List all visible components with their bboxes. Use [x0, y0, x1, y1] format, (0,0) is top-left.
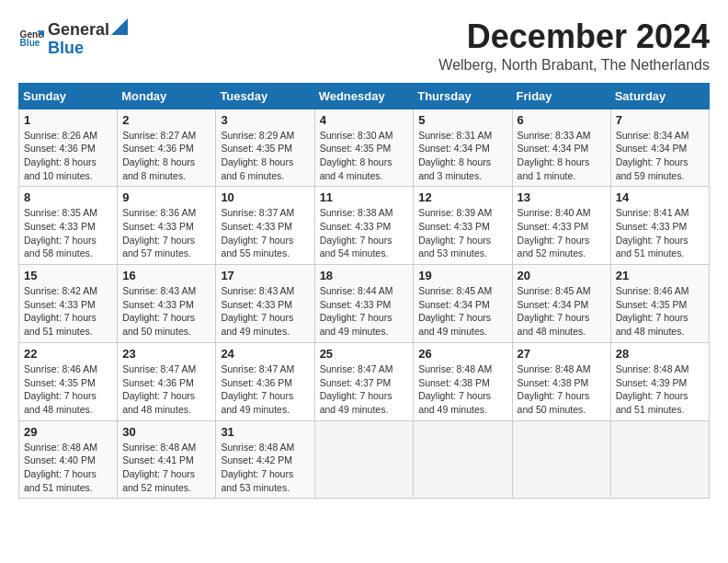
weekday-header-saturday: Saturday	[610, 83, 709, 109]
day-info: Sunrise: 8:37 AM Sunset: 4:33 PM Dayligh…	[221, 206, 309, 260]
day-number: 24	[221, 347, 309, 361]
day-info: Sunrise: 8:48 AM Sunset: 4:42 PM Dayligh…	[221, 441, 309, 495]
calendar-cell	[314, 420, 414, 499]
daylight-label: Daylight: 8 hours and 4 minutes.	[320, 156, 392, 181]
sunrise-label: Sunrise: 8:40 AM	[518, 207, 591, 218]
day-number: 23	[122, 347, 210, 361]
calendar-cell: 20 Sunrise: 8:45 AM Sunset: 4:34 PM Dayl…	[512, 265, 610, 343]
sunset-label: Sunset: 4:34 PM	[518, 299, 589, 310]
daylight-label: Daylight: 7 hours and 51 minutes.	[616, 390, 688, 415]
sunset-label: Sunset: 4:41 PM	[122, 454, 194, 465]
calendar-cell: 4 Sunrise: 8:30 AM Sunset: 4:35 PM Dayli…	[314, 109, 414, 187]
title-area: December 2024 Welberg, North Brabant, Th…	[438, 18, 710, 74]
daylight-label: Daylight: 8 hours and 1 minute.	[518, 156, 590, 181]
calendar-cell	[610, 420, 709, 499]
calendar-cell: 12 Sunrise: 8:39 AM Sunset: 4:33 PM Dayl…	[414, 187, 512, 265]
day-info: Sunrise: 8:47 AM Sunset: 4:37 PM Dayligh…	[320, 362, 409, 417]
sunset-label: Sunset: 4:38 PM	[418, 377, 490, 388]
weekday-header-thursday: Thursday	[414, 83, 512, 109]
sunrise-label: Sunrise: 8:45 AM	[518, 285, 591, 296]
daylight-label: Daylight: 7 hours and 59 minutes.	[616, 156, 688, 181]
day-number: 6	[518, 113, 606, 127]
sunrise-label: Sunrise: 8:47 AM	[320, 363, 393, 374]
sunset-label: Sunset: 4:35 PM	[221, 143, 292, 154]
daylight-label: Daylight: 7 hours and 52 minutes.	[122, 468, 195, 493]
calendar-week-5: 29 Sunrise: 8:48 AM Sunset: 4:40 PM Dayl…	[19, 420, 710, 499]
daylight-label: Daylight: 7 hours and 51 minutes.	[24, 312, 97, 337]
sunrise-label: Sunrise: 8:45 AM	[418, 285, 492, 296]
day-info: Sunrise: 8:29 AM Sunset: 4:35 PM Dayligh…	[221, 129, 309, 183]
calendar-cell: 23 Sunrise: 8:47 AM Sunset: 4:36 PM Dayl…	[118, 342, 216, 420]
calendar-cell: 27 Sunrise: 8:48 AM Sunset: 4:38 PM Dayl…	[512, 342, 610, 420]
sunrise-label: Sunrise: 8:46 AM	[616, 285, 689, 296]
calendar: SundayMondayTuesdayWednesdayThursdayFrid…	[18, 83, 710, 500]
sunrise-label: Sunrise: 8:48 AM	[616, 363, 689, 374]
sunrise-label: Sunrise: 8:33 AM	[518, 130, 591, 141]
calendar-cell: 9 Sunrise: 8:36 AM Sunset: 4:33 PM Dayli…	[118, 187, 216, 265]
day-info: Sunrise: 8:48 AM Sunset: 4:41 PM Dayligh…	[122, 441, 210, 495]
sunrise-label: Sunrise: 8:36 AM	[122, 207, 196, 218]
day-info: Sunrise: 8:45 AM Sunset: 4:34 PM Dayligh…	[518, 284, 606, 339]
day-info: Sunrise: 8:43 AM Sunset: 4:33 PM Dayligh…	[122, 284, 210, 339]
logo-icon: General Blue	[18, 25, 44, 51]
daylight-label: Daylight: 8 hours and 10 minutes.	[24, 156, 97, 181]
daylight-label: Daylight: 7 hours and 52 minutes.	[518, 235, 590, 259]
sunrise-label: Sunrise: 8:48 AM	[418, 363, 492, 374]
day-info: Sunrise: 8:33 AM Sunset: 4:34 PM Dayligh…	[518, 129, 606, 183]
weekday-header-monday: Monday	[118, 83, 216, 109]
day-info: Sunrise: 8:48 AM Sunset: 4:38 PM Dayligh…	[418, 362, 506, 417]
day-number: 11	[320, 190, 409, 204]
daylight-label: Daylight: 8 hours and 8 minutes.	[122, 156, 195, 181]
day-info: Sunrise: 8:27 AM Sunset: 4:36 PM Dayligh…	[122, 129, 210, 183]
day-number: 31	[221, 425, 309, 439]
sunset-label: Sunset: 4:33 PM	[320, 299, 392, 310]
sunset-label: Sunset: 4:33 PM	[320, 221, 392, 232]
day-number: 12	[418, 190, 506, 204]
sunset-label: Sunset: 4:36 PM	[122, 143, 194, 154]
day-number: 22	[24, 347, 112, 361]
daylight-label: Daylight: 7 hours and 53 minutes.	[418, 235, 491, 259]
day-number: 21	[616, 269, 704, 282]
day-number: 29	[24, 425, 112, 439]
day-number: 28	[616, 347, 704, 361]
daylight-label: Daylight: 7 hours and 49 minutes.	[320, 312, 392, 337]
calendar-cell: 7 Sunrise: 8:34 AM Sunset: 4:34 PM Dayli…	[610, 109, 709, 187]
daylight-label: Daylight: 7 hours and 49 minutes.	[418, 390, 491, 415]
day-number: 30	[122, 425, 210, 439]
day-info: Sunrise: 8:40 AM Sunset: 4:33 PM Dayligh…	[518, 206, 606, 260]
day-info: Sunrise: 8:38 AM Sunset: 4:33 PM Dayligh…	[320, 206, 409, 260]
sunrise-label: Sunrise: 8:46 AM	[24, 363, 97, 374]
day-number: 13	[518, 190, 606, 204]
sunrise-label: Sunrise: 8:48 AM	[518, 363, 591, 374]
day-number: 19	[418, 269, 506, 282]
sunrise-label: Sunrise: 8:44 AM	[320, 285, 393, 296]
day-info: Sunrise: 8:35 AM Sunset: 4:33 PM Dayligh…	[24, 206, 112, 260]
sunset-label: Sunset: 4:33 PM	[24, 221, 96, 232]
sunrise-label: Sunrise: 8:34 AM	[616, 130, 689, 141]
calendar-cell: 19 Sunrise: 8:45 AM Sunset: 4:34 PM Dayl…	[414, 265, 512, 343]
calendar-cell: 17 Sunrise: 8:43 AM Sunset: 4:33 PM Dayl…	[216, 265, 314, 343]
day-info: Sunrise: 8:42 AM Sunset: 4:33 PM Dayligh…	[24, 284, 112, 339]
sunset-label: Sunset: 4:34 PM	[418, 143, 490, 154]
calendar-cell: 26 Sunrise: 8:48 AM Sunset: 4:38 PM Dayl…	[414, 342, 512, 420]
sunset-label: Sunset: 4:33 PM	[221, 221, 292, 232]
calendar-cell: 13 Sunrise: 8:40 AM Sunset: 4:33 PM Dayl…	[512, 187, 610, 265]
daylight-label: Daylight: 8 hours and 3 minutes.	[418, 156, 491, 181]
calendar-cell: 3 Sunrise: 8:29 AM Sunset: 4:35 PM Dayli…	[216, 109, 314, 187]
day-info: Sunrise: 8:48 AM Sunset: 4:39 PM Dayligh…	[616, 362, 704, 417]
sunrise-label: Sunrise: 8:35 AM	[24, 207, 97, 218]
day-number: 15	[24, 269, 112, 282]
sunrise-label: Sunrise: 8:48 AM	[24, 442, 97, 453]
calendar-cell	[512, 420, 610, 499]
day-info: Sunrise: 8:47 AM Sunset: 4:36 PM Dayligh…	[221, 362, 309, 417]
day-number: 27	[518, 347, 606, 361]
sunset-label: Sunset: 4:35 PM	[24, 377, 96, 388]
day-info: Sunrise: 8:30 AM Sunset: 4:35 PM Dayligh…	[320, 129, 409, 183]
sunset-label: Sunset: 4:37 PM	[320, 377, 392, 388]
day-number: 14	[616, 190, 704, 204]
daylight-label: Daylight: 7 hours and 49 minutes.	[221, 390, 293, 415]
day-number: 9	[122, 190, 210, 204]
sunset-label: Sunset: 4:33 PM	[122, 221, 194, 232]
sunset-label: Sunset: 4:35 PM	[320, 143, 392, 154]
sunset-label: Sunset: 4:33 PM	[616, 221, 688, 232]
